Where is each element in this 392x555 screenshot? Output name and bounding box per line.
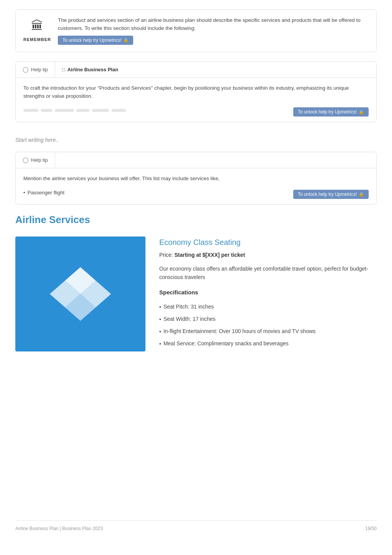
help-card-2-unlock-button[interactable]: To unlock help try Upmetrics! 🔒 xyxy=(293,190,369,199)
help-card-1-unlock-label: To unlock help try Upmetrics! xyxy=(298,109,357,115)
help-tab-1-icon: ◯ xyxy=(23,66,29,74)
help-card-1-unlock-button[interactable]: To unlock help try Upmetrics! 🔒 xyxy=(293,107,369,117)
help-card-2: ◯ Help tip Mention the airline services … xyxy=(15,152,377,205)
help-card-1-text: To craft the introduction for your "Prod… xyxy=(23,85,349,99)
lock-icon-3: 🔒 xyxy=(359,192,364,197)
remember-text: The product and services section of an a… xyxy=(58,17,361,31)
blur-dot xyxy=(55,109,74,112)
product-image xyxy=(15,236,145,351)
help-tab-1[interactable]: ◯ Help tip xyxy=(16,62,55,77)
product-description: Our economy class offers an affordable y… xyxy=(159,264,377,282)
product-svg xyxy=(42,259,119,328)
lock-icon-2: 🔒 xyxy=(359,110,364,115)
product-details: Economy Class Seating Price: Starting at… xyxy=(159,236,377,351)
blur-dot xyxy=(23,109,39,112)
page: 🏛 REMEMBER The product and services sect… xyxy=(0,0,392,555)
remember-icon: 🏛 xyxy=(31,16,43,35)
help-card-1: ◯ Help tip □ Airline Business Plan To cr… xyxy=(15,61,377,122)
help-card-1-header: ◯ Help tip □ Airline Business Plan xyxy=(16,62,376,78)
lock-icon: 🔒 xyxy=(123,38,129,43)
blur-dot xyxy=(111,109,126,112)
blur-dot xyxy=(92,109,109,112)
plan-tab-1-icon: □ xyxy=(62,66,65,74)
remember-label: REMEMBER xyxy=(23,36,51,43)
remember-content: The product and services section of an a… xyxy=(58,16,369,45)
airline-services-title: Airline Services xyxy=(15,212,377,227)
product-row: Economy Class Seating Price: Starting at… xyxy=(15,236,377,351)
spec-item: Meal Service: Complimentary snacks and b… xyxy=(159,338,377,350)
spec-item: Seat Width: 17 inches xyxy=(159,313,377,325)
remember-icon-block: 🏛 REMEMBER xyxy=(23,16,51,43)
specs-title: Specifications xyxy=(159,288,377,297)
blurred-row: To unlock help try Upmetrics! 🔒 xyxy=(23,104,369,117)
help-tab-1-label: Help tip xyxy=(31,66,48,74)
plan-tab-1[interactable]: □ Airline Business Plan xyxy=(55,62,125,77)
help-card-2-body: Mention the airline services your busine… xyxy=(16,168,376,204)
bullet-dot: • xyxy=(23,189,25,197)
help-card-2-header: ◯ Help tip xyxy=(16,152,376,168)
product-price: Price: Starting at $[XXX] per ticket xyxy=(159,251,377,259)
help-tab-2-label: Help tip xyxy=(31,156,48,164)
product-title: Economy Class Seating xyxy=(159,236,377,248)
blur-dot xyxy=(41,109,52,112)
spec-list: Seat Pitch: 31 inchesSeat Width: 17 inch… xyxy=(159,301,377,350)
spec-item: Seat Pitch: 31 inches xyxy=(159,301,377,313)
footer-right: 19/50 xyxy=(365,525,377,532)
passenger-flight-label: Passenger flight xyxy=(28,189,65,197)
blur-dots xyxy=(23,109,289,112)
help-card-2-text: Mention the airline services your busine… xyxy=(23,176,220,181)
help-card-1-body: To craft the introduction for your "Prod… xyxy=(16,78,376,122)
remember-box: 🏛 REMEMBER The product and services sect… xyxy=(15,9,377,52)
remember-unlock-label: To unlock help try Upmetrics! xyxy=(62,38,121,43)
blur-dot xyxy=(76,109,90,112)
passenger-flight-bullet: • Passenger flight xyxy=(23,189,65,197)
page-footer: Airline Business Plan | Business Plan 20… xyxy=(15,520,377,532)
footer-left: Airline Business Plan | Business Plan 20… xyxy=(15,525,103,532)
spec-item: In-flight Entertainment: Over 100 hours … xyxy=(159,325,377,338)
help-card-2-unlock-label: To unlock help try Upmetrics! xyxy=(298,192,357,197)
remember-unlock-button[interactable]: To unlock help try Upmetrics! 🔒 xyxy=(58,36,133,45)
price-label: Price: xyxy=(159,252,173,258)
help-tab-2[interactable]: ◯ Help tip xyxy=(16,152,55,168)
price-value: Starting at $[XXX] per ticket xyxy=(175,252,245,258)
help-tab-2-icon: ◯ xyxy=(23,156,29,164)
start-writing[interactable]: Start writing here.. xyxy=(15,136,377,144)
plan-tab-1-label: Airline Business Plan xyxy=(67,66,118,74)
